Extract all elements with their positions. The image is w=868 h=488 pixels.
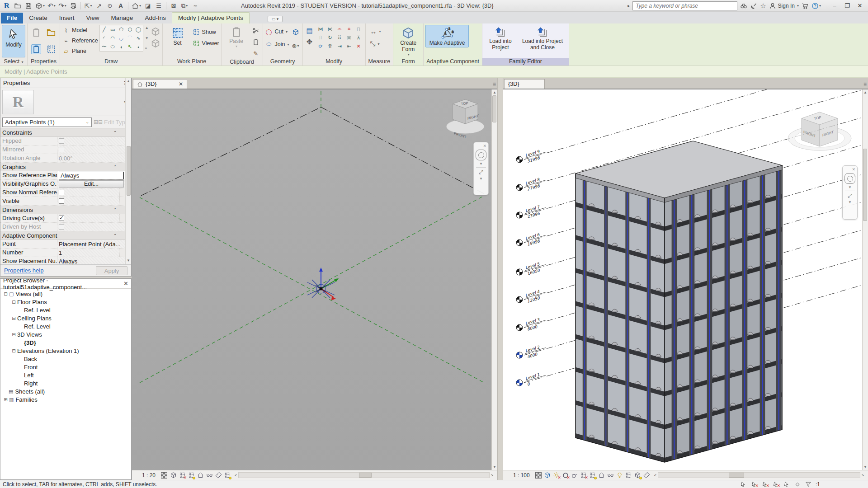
- sync-button[interactable]: ▾: [34, 1, 46, 11]
- new-family-button[interactable]: [46, 28, 56, 38]
- unlocked-3d-view-icon[interactable]: [196, 471, 204, 479]
- filter-icon[interactable]: [805, 481, 812, 488]
- navigation-bar[interactable]: ✕ ▼ ⤢ ▼: [473, 142, 489, 195]
- aligned-dimension-button[interactable]: ⤡▾: [370, 39, 381, 48]
- section-button[interactable]: ◪: [143, 1, 153, 11]
- show-work-plane-button[interactable]: Show: [192, 28, 219, 37]
- search-icon[interactable]: [740, 2, 747, 9]
- zoom-icon[interactable]: ⤢: [848, 192, 852, 199]
- align-left-icon[interactable]: ⇤: [344, 42, 354, 51]
- scroll-left-icon[interactable]: <: [233, 473, 238, 478]
- cut-geometry-button[interactable]: ◯Cut▾: [265, 27, 289, 36]
- close-icon[interactable]: ✕: [483, 144, 486, 148]
- chevron-down-icon[interactable]: ▾: [286, 30, 288, 34]
- tab-insert[interactable]: Insert: [53, 13, 80, 23]
- scroll-down-icon[interactable]: ▼: [863, 465, 867, 469]
- close-icon[interactable]: ✕: [179, 81, 183, 87]
- select-elements-by-face-icon[interactable]: ✕: [772, 481, 780, 488]
- join-geometry-button[interactable]: ⬭Join▾: [265, 40, 289, 49]
- scroll-down-icon[interactable]: ▼: [145, 36, 149, 40]
- graphics-display-options-icon[interactable]: [223, 471, 231, 479]
- tree-item-elevations[interactable]: ⊟Elevations (Elevation 1): [2, 347, 131, 355]
- view-tab-menu-icon[interactable]: ≡: [493, 81, 496, 87]
- scroll-down-icon[interactable]: ▼: [493, 465, 496, 469]
- visual-style-icon[interactable]: [169, 471, 177, 479]
- partial-ellipse-tool-icon[interactable]: ◖: [117, 42, 126, 51]
- tab-modify-adaptive-points[interactable]: Modify | Adaptive Points: [172, 12, 250, 23]
- chevron-up-icon[interactable]: ⌃: [113, 164, 123, 169]
- right-vertical-scrollbar[interactable]: ▲ ▼: [862, 89, 868, 470]
- draw-model-line-button[interactable]: ⌇Model: [62, 26, 98, 35]
- mirror-draw-axis-icon[interactable]: ⋉: [326, 25, 335, 33]
- scroll-up-icon[interactable]: ▲: [127, 79, 130, 83]
- default-3d-view-button[interactable]: ▾: [131, 1, 142, 11]
- chevron-down-icon[interactable]: ▼: [848, 185, 852, 189]
- scroll-up-icon[interactable]: ▲: [493, 90, 496, 94]
- move-up-icon[interactable]: ⇈: [326, 42, 335, 51]
- visual-style-icon[interactable]: [543, 471, 552, 479]
- scale-button[interactable]: 1 : 100: [505, 472, 533, 479]
- help-icon[interactable]: ▾: [811, 2, 821, 9]
- expand-icon[interactable]: ⊞: [3, 397, 8, 402]
- tree-item-views[interactable]: ⊟▢Views (all): [2, 290, 131, 298]
- detail-level-icon[interactable]: [160, 471, 168, 479]
- associate-parameter-button[interactable]: [119, 249, 125, 257]
- property-row-driving-curves[interactable]: Driving Curve(s): [0, 214, 125, 223]
- sun-path-icon[interactable]: ✕: [552, 471, 561, 479]
- tree-item-left[interactable]: Left: [2, 371, 131, 379]
- line-tool-icon[interactable]: ╱: [100, 25, 108, 34]
- tab-create[interactable]: Create: [23, 13, 53, 23]
- tree-item-floor-plans[interactable]: ⊟Floor Plans: [2, 298, 131, 306]
- communication-center-icon[interactable]: [750, 2, 757, 9]
- tree-item-front[interactable]: Front: [2, 363, 131, 371]
- align-right-icon[interactable]: ⇥: [335, 42, 344, 51]
- edit-type-button[interactable]: ⊞⊟ Edit Type: [94, 119, 129, 126]
- measure-between-references-button[interactable]: ↔▾: [370, 27, 381, 36]
- drag-elements-on-selection-icon[interactable]: [783, 481, 791, 488]
- array-icon[interactable]: ⠿: [335, 33, 344, 42]
- move-icon[interactable]: ✥: [305, 37, 315, 47]
- navigation-bar[interactable]: ✕ ▼ ⤢ ▼: [842, 165, 858, 220]
- collapse-icon[interactable]: ⊟: [11, 348, 16, 353]
- left-vertical-scrollbar[interactable]: ▲ ▼: [491, 89, 497, 470]
- close-hidden-windows-button[interactable]: ⊠: [169, 1, 179, 11]
- collapse-icon[interactable]: ⊟: [11, 316, 16, 321]
- show-reference-planes-select[interactable]: Always: [59, 172, 124, 179]
- property-row-number[interactable]: Number 1: [0, 249, 125, 257]
- visibility-graphics-edit-button[interactable]: Edit...: [59, 180, 124, 188]
- tab-manage[interactable]: Manage: [105, 13, 139, 23]
- copy-to-clipboard-icon[interactable]: [251, 37, 261, 47]
- properties-help-link[interactable]: Properties help: [4, 267, 43, 274]
- rotate-copy-icon[interactable]: ⟳: [316, 42, 326, 51]
- start-end-radius-arc-tool-icon[interactable]: ◜: [100, 34, 108, 42]
- center-ends-arc-tool-icon[interactable]: ◠: [108, 34, 117, 42]
- chevron-down-icon[interactable]: ▾: [43, 4, 45, 8]
- scrollbar-thumb[interactable]: [492, 95, 496, 122]
- select-underlay-elements-icon[interactable]: ✕: [750, 481, 758, 488]
- properties-palette-button[interactable]: [31, 44, 41, 54]
- tree-item-ceiling-plans[interactable]: ⊟Ceiling Plans: [2, 314, 131, 322]
- scrollbar-thumb[interactable]: [729, 473, 744, 478]
- scale-button[interactable]: 1 : 20: [134, 472, 159, 479]
- properties-scrollbar[interactable]: ▲ ▼: [125, 78, 131, 264]
- visible-checkbox[interactable]: [59, 198, 64, 204]
- collapse-icon[interactable]: ⊟: [3, 291, 8, 296]
- rectangle-tool-icon[interactable]: ▭: [108, 25, 117, 34]
- chevron-down-icon[interactable]: ▾: [797, 4, 799, 8]
- right-horizontal-scrollbar[interactable]: < >: [653, 472, 865, 479]
- tree-item-families[interactable]: ⊞▥Families: [2, 395, 131, 404]
- family-types-button[interactable]: [31, 28, 41, 38]
- select-pinned-elements-icon[interactable]: ✕: [761, 481, 769, 488]
- view-tab-menu-icon[interactable]: ≡: [863, 81, 867, 87]
- redo-button[interactable]: ↷▾: [57, 1, 67, 11]
- chevron-down-icon[interactable]: ▾: [378, 42, 380, 46]
- offset-icon[interactable]: ⎍: [316, 33, 326, 42]
- fillet-arc-tool-icon[interactable]: ⌒: [126, 34, 134, 42]
- chevron-up-icon[interactable]: ⌃: [113, 233, 123, 238]
- property-row-visibility-graphics[interactable]: Visibility/Graphics O... Edit...: [0, 180, 125, 188]
- property-group-adaptive-component[interactable]: Adaptive Component⌃: [0, 231, 125, 240]
- switch-windows-button[interactable]: ⧉▾: [179, 1, 189, 11]
- left-horizontal-scrollbar[interactable]: < >: [233, 472, 495, 479]
- scroll-expand-icon[interactable]: ≡: [145, 46, 149, 50]
- set-work-plane-button[interactable]: Set: [165, 25, 191, 47]
